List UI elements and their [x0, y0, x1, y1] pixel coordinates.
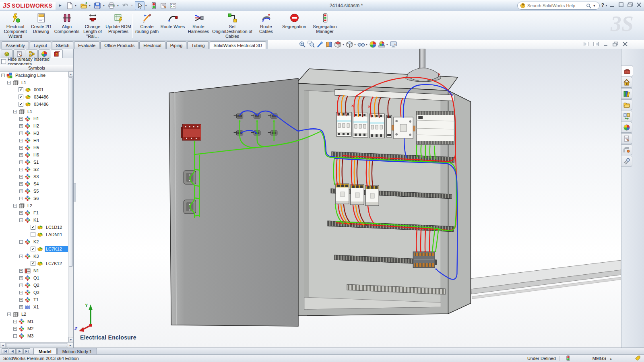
tree-item-034486[interactable]: ✔034486 — [0, 93, 68, 101]
expand-toggle[interactable]: + — [19, 182, 23, 186]
expand-toggle[interactable]: + — [19, 197, 23, 200]
taskpane-tab-home[interactable] — [621, 77, 632, 88]
traffic-light-icon[interactable] — [149, 1, 159, 10]
tab-piping[interactable]: Piping — [166, 41, 187, 49]
taskpane-tab-appearances[interactable] — [621, 122, 632, 133]
ribbon-button-create-2d-drawing[interactable]: Create 2D Drawing — [28, 12, 54, 40]
ribbon-button-create-routing-path[interactable]: Create routing path — [134, 12, 160, 40]
expand-toggle[interactable]: + — [19, 117, 23, 121]
properties-button[interactable] — [159, 1, 168, 10]
view-settings-icon[interactable] — [390, 41, 397, 48]
minimize-doc-icon[interactable] — [603, 41, 609, 47]
expand-toggle[interactable]: + — [19, 146, 23, 150]
tree-item-s6[interactable]: +S6 — [0, 195, 68, 202]
expand-toggle[interactable]: - — [13, 334, 17, 338]
tree-item-s5[interactable]: +S5 — [0, 187, 68, 195]
tree-item-s2[interactable]: +S2 — [0, 166, 68, 173]
tree-item-m3[interactable]: -M3 — [0, 332, 68, 339]
expand-toggle[interactable]: + — [1, 74, 5, 77]
ribbon-button-route-cables[interactable]: Route Cables — [253, 12, 279, 40]
tree-item-l2[interactable]: -L2 — [0, 202, 68, 209]
tree-item-h6[interactable]: +H6 — [0, 151, 68, 158]
tree-item-f1[interactable]: +F1 — [0, 209, 68, 216]
expand-toggle[interactable]: + — [19, 298, 23, 302]
expand-toggle[interactable]: + — [13, 327, 17, 331]
taskpane-tab-custom-properties[interactable] — [621, 133, 632, 144]
expand-toggle[interactable]: + — [19, 132, 23, 135]
tree-item-lc7k12[interactable]: ✔LC7K12 — [0, 245, 68, 253]
visibility-checkbox[interactable]: ✔ — [31, 247, 35, 251]
expand-toggle[interactable]: - — [19, 255, 23, 258]
tree-item-m2[interactable]: +M2 — [0, 325, 68, 332]
view-orientation-icon[interactable]: ▼ — [334, 41, 345, 48]
display-style-dropdown-icon[interactable]: ▼ — [354, 43, 356, 46]
new-dropdown-icon[interactable]: ▼ — [74, 4, 77, 7]
last-study-button[interactable] — [23, 348, 30, 354]
hide-show-items-icon[interactable]: ▼ — [357, 41, 368, 48]
section-view-icon[interactable] — [325, 41, 333, 48]
visibility-checkbox[interactable]: ✔ — [19, 102, 23, 107]
undo-button[interactable] — [121, 1, 130, 10]
scroll-right-icon[interactable]: ► — [68, 343, 73, 348]
open-dropdown-icon[interactable]: ▼ — [89, 4, 91, 7]
visibility-checkbox[interactable]: ✔ — [19, 87, 23, 92]
new-document-button[interactable] — [65, 1, 74, 10]
tree-item-k3[interactable]: -K3 — [0, 253, 68, 260]
tree-item-packaging-line[interactable]: +Packaging Line — [0, 72, 68, 79]
ribbon-button-route-harnesses[interactable]: Route Harnesses — [186, 12, 211, 40]
expand-toggle[interactable]: + — [19, 305, 23, 309]
expand-toggle[interactable]: - — [13, 204, 17, 208]
tree-horizontal-scrollbar[interactable]: ◄ ► — [0, 342, 73, 348]
enclosure-cabinet[interactable] — [296, 69, 471, 316]
restore-button[interactable] — [627, 2, 633, 8]
previous-view-icon[interactable] — [316, 41, 324, 48]
expand-toggle[interactable]: - — [7, 313, 11, 316]
expand-toggle[interactable]: - — [13, 110, 17, 113]
tree-item-x1[interactable]: +X1 — [0, 303, 68, 311]
ribbon-button-route-wires[interactable]: Route Wires — [160, 12, 186, 40]
edit-appearance-icon[interactable] — [369, 41, 377, 48]
expand-toggle[interactable]: - — [7, 81, 11, 84]
ribbon-button-align-components[interactable]: Align Components — [54, 12, 80, 40]
scroll-thumb[interactable] — [69, 77, 73, 267]
print-button[interactable] — [107, 1, 116, 10]
search-input[interactable] — [527, 3, 584, 8]
expand-toggle[interactable]: + — [19, 269, 23, 273]
expand-toggle[interactable]: + — [19, 276, 23, 280]
tab-assembly[interactable]: Assembly — [2, 41, 29, 49]
tree-item-ladn11[interactable]: LADN11 — [0, 231, 68, 238]
ribbon-button-segregation[interactable]: Segregation — [279, 12, 310, 40]
tree-item-l2[interactable]: -L2 — [0, 311, 68, 318]
save-button[interactable] — [93, 1, 102, 10]
conveyor-line[interactable] — [469, 260, 621, 299]
tree-item-034486[interactable]: ✔034486 — [0, 101, 68, 108]
taskpane-tab-view-palette[interactable] — [621, 111, 632, 121]
next-study-button[interactable] — [16, 348, 23, 354]
select-dropdown-icon[interactable]: ▼ — [144, 4, 147, 7]
ribbon-button-electrical-component-wizard[interactable]: Electrical Component Wizard — [2, 12, 28, 40]
expand-toggle[interactable]: + — [19, 189, 23, 193]
tree-item-q2[interactable]: +Q2 — [0, 282, 68, 289]
tree-vertical-scrollbar[interactable]: ▲ ▼ — [68, 72, 73, 342]
view-orientation-dropdown-icon[interactable]: ▼ — [342, 43, 345, 46]
units-label[interactable]: MMGS — [592, 356, 606, 361]
toolbar-overflow-chevron[interactable]: ▶ — [56, 4, 64, 7]
expand-toggle[interactable]: + — [19, 175, 23, 179]
scroll-up-icon[interactable]: ▲ — [68, 72, 73, 77]
tab-motion-study-1[interactable]: Motion Study 1 — [57, 348, 97, 354]
tree-item-q1[interactable]: +Q1 — [0, 274, 68, 282]
taskpane-tab-forum[interactable] — [621, 156, 632, 167]
ribbon-button-segregation-manager[interactable]: Segregation Manager — [310, 12, 340, 40]
open-button[interactable] — [79, 1, 89, 10]
minimize-button[interactable] — [610, 2, 615, 8]
apply-scene-icon[interactable]: ▼ — [378, 41, 388, 48]
tree-item-k2[interactable]: -K2 — [0, 238, 68, 245]
zoom-to-fit-icon[interactable] — [299, 41, 306, 48]
tree-item-t1[interactable]: +T1 — [0, 296, 68, 303]
expand-toggle[interactable]: - — [19, 240, 23, 244]
pane-left-icon[interactable] — [584, 41, 589, 47]
tree-item-lc7k12[interactable]: ✔LC7K12 — [0, 260, 68, 267]
tree-item-h4[interactable]: +H4 — [0, 137, 68, 144]
tag-icon[interactable] — [635, 355, 641, 362]
close-doc-icon[interactable] — [622, 41, 628, 47]
